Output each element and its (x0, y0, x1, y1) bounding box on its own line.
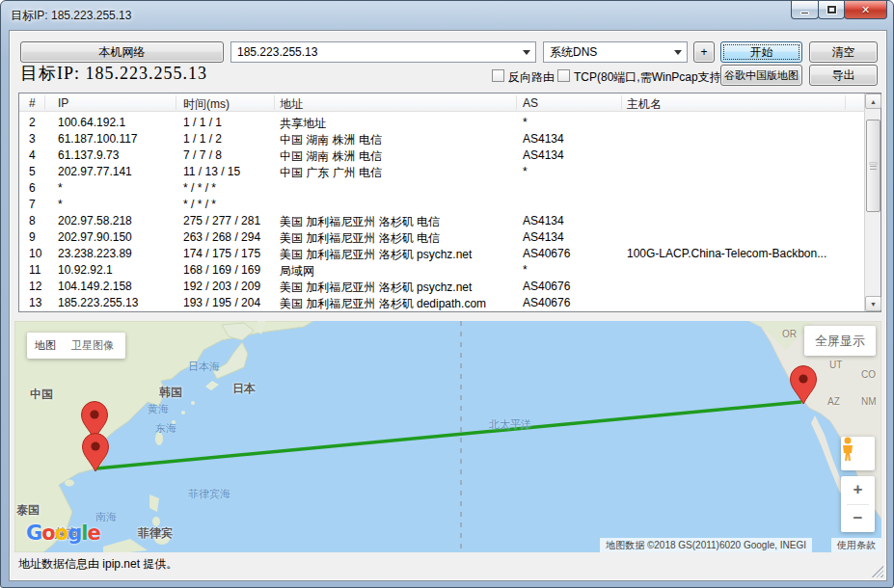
column-divider (176, 95, 176, 110)
window-title: 目标IP: 185.223.255.13 (11, 8, 131, 24)
cell-time: 263 / 268 / 294 (183, 230, 260, 244)
column-header[interactable]: # (29, 96, 36, 110)
cell-ip: * (58, 198, 63, 211)
minimize-button[interactable] (791, 1, 819, 19)
cell-as: AS4134 (523, 148, 564, 162)
cell-as: AS40676 (523, 247, 570, 260)
column-divider (621, 95, 622, 110)
cell-as: AS40676 (523, 280, 570, 293)
table-row[interactable]: 461.137.9.737 / 7 / 8中国 湖南 株洲 电信AS4134 (19, 147, 865, 163)
table-row[interactable]: 8202.97.58.218275 / 277 / 281美国 加利福尼亚州 洛… (19, 212, 865, 228)
table-header[interactable]: #IP时间(ms)地址AS主机名 (19, 94, 865, 112)
export-button[interactable]: 导出 (809, 65, 878, 86)
google-logo-letter: o (55, 521, 68, 545)
zoom-in-button[interactable]: + (841, 476, 875, 504)
column-header[interactable]: 地址 (280, 96, 303, 113)
column-divider (845, 95, 846, 110)
google-logo-letter: o (41, 521, 54, 545)
island-hainan (65, 480, 74, 487)
table-row[interactable]: 1110.92.92.1168 / 169 / 169局域网* (19, 261, 865, 278)
cell-host: 100G-LACP.China-Telecom-Backbon... (627, 247, 826, 260)
table-scrollbar[interactable]: ▲ ▼ (864, 94, 880, 311)
target-ip-value: 185.223.255.13 (237, 45, 317, 59)
close-button[interactable]: ✕ (844, 1, 887, 19)
app-window: 目标IP: 185.223.255.13 ✕ 本机网络 185.223.255.… (0, 0, 894, 588)
cell-hop: 10 (29, 247, 41, 260)
route-line (96, 402, 801, 468)
minimize-icon (800, 12, 809, 14)
table-row[interactable]: 1023.238.223.89174 / 175 / 175美国 加利福尼亚州 … (19, 245, 865, 261)
column-header[interactable]: AS (523, 96, 538, 110)
zoom-out-button[interactable]: − (841, 505, 875, 533)
table-row[interactable]: 2100.64.192.11 / 1 / 1共享地址* (19, 114, 865, 130)
table-row[interactable]: 361.187.100.1171 / 1 / 2中国 湖南 株洲 电信AS413… (19, 130, 865, 147)
cell-as: AS4134 (523, 132, 564, 146)
resize-grip[interactable] (872, 566, 883, 577)
cell-hop: 3 (29, 132, 36, 146)
table-row[interactable]: 5202.97.77.14111 / 13 / 15中国 广东 广州 电信* (19, 163, 865, 179)
terms-link[interactable]: 使用条款 (831, 538, 881, 552)
clear-button[interactable]: 清空 (809, 41, 878, 63)
target-ip-combobox[interactable]: 185.223.255.13 (230, 41, 536, 63)
column-divider (44, 95, 45, 110)
maximize-button[interactable] (818, 1, 845, 19)
column-header[interactable]: 主机名 (627, 96, 662, 113)
start-button[interactable]: 开始 (720, 41, 802, 63)
island-ryukyu (172, 420, 176, 424)
google-logo-letter: e (87, 521, 99, 545)
dns-combobox[interactable]: 系统DNS (543, 41, 688, 63)
chevron-down-icon[interactable] (674, 50, 682, 55)
table-row[interactable]: 6** / * / * (19, 179, 865, 196)
scrollbar-thumb[interactable] (866, 120, 880, 212)
table-row[interactable]: 9202.97.90.150263 / 268 / 294美国 加利福尼亚州 洛… (19, 228, 865, 245)
cell-hop: 6 (29, 181, 36, 195)
column-divider (516, 95, 517, 110)
cell-ip: 185.223.255.13 (58, 296, 138, 309)
google-logo[interactable]: Google (26, 521, 100, 545)
cell-time: 275 / 277 / 281 (183, 214, 260, 227)
fullscreen-button[interactable]: 全屏显示 (804, 326, 876, 356)
titlebar[interactable]: 目标IP: 185.223.255.13 ✕ (1, 1, 893, 30)
route-map[interactable]: 中国韩国日本日本海黄海东海北太平洋菲律宾海南海泰国越南菲律宾ORUTCOAZNM… (14, 321, 881, 552)
reverse-route-checkbox[interactable] (492, 69, 504, 82)
column-header[interactable]: 时间(ms) (183, 96, 230, 113)
cell-hop: 2 (29, 116, 36, 129)
tcp-checkbox[interactable] (557, 69, 570, 82)
google-cn-map-button[interactable]: 谷歌中国版地图 (720, 65, 802, 86)
cell-time: 192 / 203 / 209 (183, 280, 260, 293)
cell-as: * (523, 165, 528, 178)
table-row[interactable]: 7** / * / * (19, 196, 865, 212)
island-honshu (213, 342, 248, 379)
map-canvas (14, 321, 881, 552)
cell-ip: 202.97.90.150 (58, 230, 132, 244)
scroll-down-button[interactable]: ▼ (865, 296, 881, 311)
reverse-route-label[interactable]: 反向路由 (508, 69, 555, 86)
cell-time: 11 / 13 / 15 (183, 165, 240, 178)
cell-as: * (523, 263, 528, 277)
marker-dot (799, 374, 807, 383)
map-type-satellite-button[interactable]: 卫星图像 (64, 338, 122, 353)
cell-time: 174 / 175 / 175 (183, 247, 260, 260)
local-network-button[interactable]: 本机网络 (20, 41, 224, 63)
column-header[interactable]: IP (58, 96, 68, 110)
status-bar-text: 地址数据信息由 ipip.net 提供。 (18, 556, 177, 573)
cell-ip: 202.97.58.218 (58, 214, 132, 227)
marker-dot (90, 410, 98, 418)
start-button-label: 开始 (750, 44, 773, 61)
pegman-control[interactable] (841, 437, 875, 470)
google-logo-letter: G (26, 521, 41, 545)
table-row[interactable]: 12104.149.2.158192 / 203 / 209美国 加利福尼亚州 … (19, 278, 865, 294)
table-row[interactable]: 13185.223.255.13193 / 195 / 204美国 加利福尼亚州… (19, 294, 865, 310)
add-target-button[interactable]: + (693, 41, 715, 63)
cell-ip: 61.137.9.73 (58, 148, 119, 162)
cell-ip: 10.92.92.1 (58, 263, 113, 277)
chevron-down-icon[interactable] (523, 50, 530, 55)
map-type-map-button[interactable]: 地图 (27, 338, 64, 353)
cell-addr: 美国 加利福尼亚州 洛杉矶 dedipath.com (280, 296, 486, 312)
zoom-control: + − (841, 476, 875, 532)
scroll-up-button[interactable]: ▲ (865, 94, 881, 109)
tcp-label[interactable]: TCP(80端口,需WinPcap支持) (574, 69, 725, 86)
cell-as: * (523, 116, 528, 129)
cell-ip: 100.64.192.1 (58, 116, 125, 129)
maximize-icon (827, 6, 836, 13)
